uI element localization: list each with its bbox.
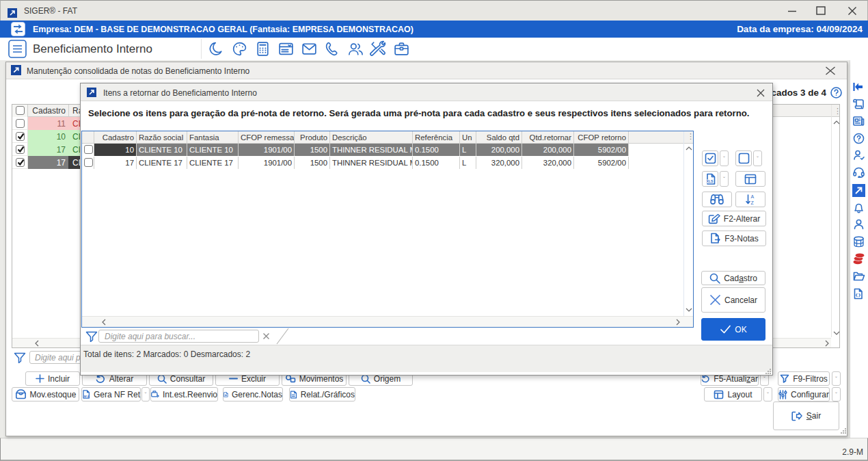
svg-text:NF-E: NF-E [84,395,90,398]
svg-text:A: A [751,194,755,199]
svg-text:XLS: XLS [706,179,713,183]
svg-text:Z: Z [751,200,755,205]
